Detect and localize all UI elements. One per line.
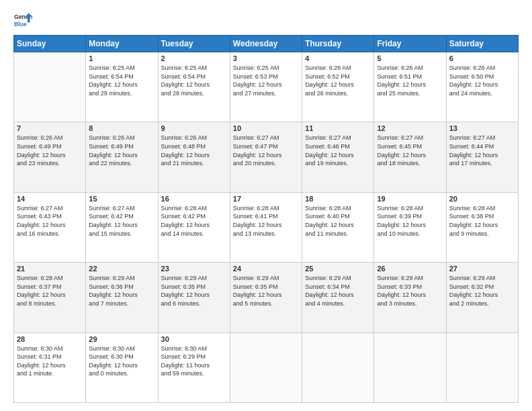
calendar-cell: 20Sunrise: 6:28 AM Sunset: 6:38 PM Dayli… (446, 192, 518, 262)
calendar-cell: 1Sunrise: 6:25 AM Sunset: 6:54 PM Daylig… (86, 52, 158, 122)
weekday-header-row: SundayMondayTuesdayWednesdayThursdayFrid… (14, 36, 519, 52)
day-info: Sunrise: 6:27 AM Sunset: 6:46 PM Dayligh… (305, 134, 371, 167)
calendar-cell: 6Sunrise: 6:26 AM Sunset: 6:50 PM Daylig… (446, 52, 518, 122)
day-number: 1 (89, 54, 154, 62)
day-info: Sunrise: 6:30 AM Sunset: 6:29 PM Dayligh… (161, 345, 227, 378)
day-number: 28 (17, 335, 83, 343)
calendar-cell: 8Sunrise: 6:26 AM Sunset: 6:49 PM Daylig… (86, 122, 158, 192)
calendar-cell: 7Sunrise: 6:26 AM Sunset: 6:49 PM Daylig… (14, 122, 86, 192)
calendar-cell: 25Sunrise: 6:29 AM Sunset: 6:34 PM Dayli… (302, 263, 374, 332)
day-number: 15 (89, 195, 154, 203)
day-number: 8 (89, 124, 154, 132)
calendar-table: SundayMondayTuesdayWednesdayThursdayFrid… (13, 35, 519, 403)
day-number: 24 (233, 265, 299, 273)
calendar-cell: 26Sunrise: 6:29 AM Sunset: 6:33 PM Dayli… (374, 263, 446, 332)
weekday-header-monday: Monday (86, 36, 158, 52)
svg-text:Blue: Blue (14, 21, 27, 28)
day-info: Sunrise: 6:26 AM Sunset: 6:49 PM Dayligh… (17, 134, 83, 167)
day-number: 7 (17, 124, 83, 132)
calendar-cell (302, 332, 374, 402)
day-number: 9 (161, 124, 227, 132)
day-number: 21 (17, 265, 83, 273)
calendar-cell (14, 52, 86, 122)
day-number: 30 (161, 335, 227, 343)
weekday-header-sunday: Sunday (14, 36, 86, 52)
calendar-cell: 29Sunrise: 6:30 AM Sunset: 6:30 PM Dayli… (86, 332, 158, 402)
weekday-header-tuesday: Tuesday (158, 36, 230, 52)
day-number: 12 (377, 124, 443, 132)
logo: General Blue (13, 11, 32, 30)
day-info: Sunrise: 6:28 AM Sunset: 6:41 PM Dayligh… (233, 204, 299, 238)
calendar-cell: 4Sunrise: 6:26 AM Sunset: 6:52 PM Daylig… (302, 52, 374, 122)
day-info: Sunrise: 6:29 AM Sunset: 6:33 PM Dayligh… (377, 274, 443, 308)
calendar-cell: 11Sunrise: 6:27 AM Sunset: 6:46 PM Dayli… (302, 122, 374, 192)
day-number: 29 (89, 335, 154, 343)
day-number: 18 (305, 195, 371, 203)
day-info: Sunrise: 6:30 AM Sunset: 6:30 PM Dayligh… (89, 345, 154, 378)
day-info: Sunrise: 6:29 AM Sunset: 6:36 PM Dayligh… (89, 274, 154, 308)
page-header: General Blue (13, 11, 519, 30)
day-number: 2 (161, 54, 227, 62)
day-info: Sunrise: 6:27 AM Sunset: 6:47 PM Dayligh… (233, 134, 299, 167)
day-info: Sunrise: 6:26 AM Sunset: 6:52 PM Dayligh… (305, 64, 371, 97)
week-row-3: 14Sunrise: 6:27 AM Sunset: 6:43 PM Dayli… (14, 192, 519, 262)
calendar-cell: 9Sunrise: 6:26 AM Sunset: 6:48 PM Daylig… (158, 122, 230, 192)
week-row-4: 21Sunrise: 6:28 AM Sunset: 6:37 PM Dayli… (14, 263, 519, 332)
day-info: Sunrise: 6:27 AM Sunset: 6:45 PM Dayligh… (377, 134, 443, 167)
weekday-header-thursday: Thursday (302, 36, 374, 52)
calendar-cell: 30Sunrise: 6:30 AM Sunset: 6:29 PM Dayli… (158, 332, 230, 402)
day-number: 3 (233, 54, 299, 62)
day-number: 20 (449, 195, 515, 203)
week-row-1: 1Sunrise: 6:25 AM Sunset: 6:54 PM Daylig… (14, 52, 519, 122)
calendar-cell: 14Sunrise: 6:27 AM Sunset: 6:43 PM Dayli… (14, 192, 86, 262)
day-info: Sunrise: 6:26 AM Sunset: 6:50 PM Dayligh… (449, 64, 515, 97)
calendar-cell: 19Sunrise: 6:28 AM Sunset: 6:39 PM Dayli… (374, 192, 446, 262)
day-number: 16 (161, 195, 227, 203)
calendar-cell: 5Sunrise: 6:26 AM Sunset: 6:51 PM Daylig… (374, 52, 446, 122)
day-info: Sunrise: 6:26 AM Sunset: 6:48 PM Dayligh… (161, 134, 227, 167)
calendar-cell: 10Sunrise: 6:27 AM Sunset: 6:47 PM Dayli… (230, 122, 302, 192)
day-info: Sunrise: 6:29 AM Sunset: 6:32 PM Dayligh… (449, 274, 515, 308)
week-row-5: 28Sunrise: 6:30 AM Sunset: 6:31 PM Dayli… (14, 332, 519, 402)
day-info: Sunrise: 6:29 AM Sunset: 6:34 PM Dayligh… (305, 274, 371, 308)
day-number: 17 (233, 195, 299, 203)
calendar-cell (230, 332, 302, 402)
calendar-cell: 3Sunrise: 6:25 AM Sunset: 6:53 PM Daylig… (230, 52, 302, 122)
calendar-cell: 21Sunrise: 6:28 AM Sunset: 6:37 PM Dayli… (14, 263, 86, 332)
day-info: Sunrise: 6:28 AM Sunset: 6:39 PM Dayligh… (377, 204, 443, 238)
day-info: Sunrise: 6:25 AM Sunset: 6:54 PM Dayligh… (161, 64, 227, 97)
calendar-cell: 12Sunrise: 6:27 AM Sunset: 6:45 PM Dayli… (374, 122, 446, 192)
logo-icon: General Blue (13, 11, 32, 30)
day-number: 27 (449, 265, 515, 273)
calendar-cell (374, 332, 446, 402)
calendar-cell (446, 332, 518, 402)
calendar-cell: 13Sunrise: 6:27 AM Sunset: 6:44 PM Dayli… (446, 122, 518, 192)
day-number: 25 (305, 265, 371, 273)
day-info: Sunrise: 6:26 AM Sunset: 6:49 PM Dayligh… (89, 134, 154, 167)
weekday-header-saturday: Saturday (446, 36, 518, 52)
day-number: 23 (161, 265, 227, 273)
day-info: Sunrise: 6:27 AM Sunset: 6:42 PM Dayligh… (89, 204, 154, 238)
day-info: Sunrise: 6:27 AM Sunset: 6:44 PM Dayligh… (449, 134, 515, 167)
day-number: 4 (305, 54, 371, 62)
day-number: 22 (89, 265, 154, 273)
day-number: 6 (449, 54, 515, 62)
day-info: Sunrise: 6:26 AM Sunset: 6:51 PM Dayligh… (377, 64, 443, 97)
weekday-header-friday: Friday (374, 36, 446, 52)
calendar-cell: 22Sunrise: 6:29 AM Sunset: 6:36 PM Dayli… (86, 263, 158, 332)
calendar-cell: 27Sunrise: 6:29 AM Sunset: 6:32 PM Dayli… (446, 263, 518, 332)
day-number: 14 (17, 195, 83, 203)
day-info: Sunrise: 6:28 AM Sunset: 6:38 PM Dayligh… (449, 204, 515, 238)
day-number: 10 (233, 124, 299, 132)
day-info: Sunrise: 6:30 AM Sunset: 6:31 PM Dayligh… (17, 345, 83, 378)
week-row-2: 7Sunrise: 6:26 AM Sunset: 6:49 PM Daylig… (14, 122, 519, 192)
calendar-cell: 16Sunrise: 6:28 AM Sunset: 6:42 PM Dayli… (158, 192, 230, 262)
calendar-cell: 15Sunrise: 6:27 AM Sunset: 6:42 PM Dayli… (86, 192, 158, 262)
day-info: Sunrise: 6:27 AM Sunset: 6:43 PM Dayligh… (17, 204, 83, 238)
calendar-cell: 17Sunrise: 6:28 AM Sunset: 6:41 PM Dayli… (230, 192, 302, 262)
day-number: 26 (377, 265, 443, 273)
weekday-header-wednesday: Wednesday (230, 36, 302, 52)
day-info: Sunrise: 6:29 AM Sunset: 6:35 PM Dayligh… (161, 274, 227, 308)
day-info: Sunrise: 6:28 AM Sunset: 6:40 PM Dayligh… (305, 204, 371, 238)
day-info: Sunrise: 6:28 AM Sunset: 6:37 PM Dayligh… (17, 274, 83, 308)
